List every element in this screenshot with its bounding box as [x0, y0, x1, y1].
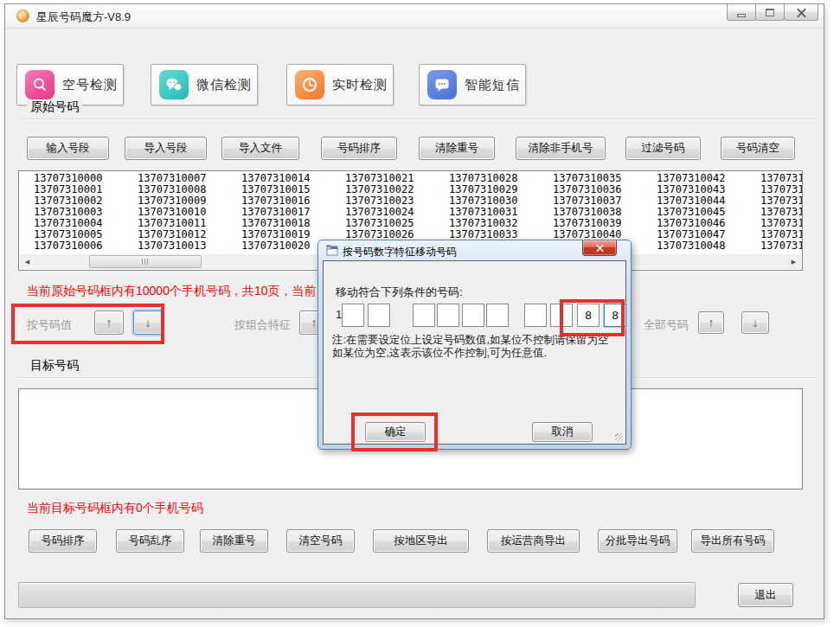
remove-non-mobile-button[interactable]: 清除非手机号 [516, 137, 606, 160]
all-up-button[interactable]: ↑ [698, 311, 724, 334]
toolbar-label: 空号检测 [62, 77, 118, 93]
original-section-title: 原始号码 [27, 99, 82, 115]
sort-numbers-button[interactable]: 号码排序 [321, 137, 397, 160]
original-status-text: 当前原始号码框内有10000个手机号码，共10页，当前 [27, 284, 317, 299]
digit-input-10[interactable]: 8 [577, 304, 600, 327]
by-pattern-label: 按组合特征 [234, 317, 291, 333]
toolbar-label: 智能短信 [465, 77, 520, 93]
digit-input-11[interactable]: 8 [604, 304, 626, 327]
digit-input-8[interactable] [524, 304, 547, 327]
clock-icon [295, 70, 324, 99]
number-column: 1370731004213707310043137073100441370731… [657, 173, 760, 254]
by-value-up-button[interactable]: ↑ [94, 310, 124, 335]
export-batch-button[interactable]: 分批导出号码 [598, 529, 677, 553]
app-logo-icon [16, 10, 29, 22]
note-line-2: 如某位为空,这表示该位不作控制,可为任意值. [332, 347, 608, 360]
toolbar-label: 微信检测 [196, 77, 252, 93]
grip-icon [142, 259, 149, 265]
target-shuffle-button[interactable]: 号码乱序 [116, 529, 184, 553]
export-all-button[interactable]: 导出所有号码 [691, 529, 774, 553]
phone-number: 13707310013 [138, 240, 241, 252]
number-column: 1370731000013707310001137073100021370731… [34, 173, 138, 254]
smart-sms-button[interactable]: 智能短信 [419, 64, 526, 106]
input-range-button[interactable]: 输入号段 [27, 137, 109, 160]
ok-button[interactable]: 确定 [365, 422, 426, 442]
import-range-button[interactable]: 导入号段 [125, 137, 207, 160]
close-icon [797, 8, 806, 17]
all-down-button[interactable]: ↓ [741, 311, 769, 334]
number-column: 1370731013707310137073101370731013707310… [760, 173, 802, 254]
digit-input-6[interactable] [462, 304, 484, 327]
move-by-digit-dialog: 按号码数字特征移动号码 移动符合下列条件的号码: 1 8 8 注:在需要设定位上… [317, 240, 632, 450]
number-column: 1370731000713707310008137073100091370731… [138, 173, 241, 254]
realtime-check-button[interactable]: 实时检测 [286, 64, 394, 106]
target-clear-button[interactable]: 清空号码 [286, 529, 355, 553]
scrollbar-thumb[interactable] [89, 255, 202, 268]
cancel-button[interactable]: 取消 [532, 422, 593, 442]
phone-number: 13707310006 [34, 240, 138, 252]
target-dedupe-button[interactable]: 清除重号 [200, 529, 268, 553]
digit-input-4[interactable] [413, 304, 435, 327]
maximize-button[interactable] [755, 4, 785, 21]
target-status-text: 当前目标号码框内有0个手机号码 [27, 501, 203, 516]
filter-numbers-button[interactable]: 过滤号码 [625, 137, 701, 160]
scroll-right-icon[interactable]: ▶ [786, 254, 801, 269]
close-button[interactable] [784, 4, 818, 21]
form-icon [326, 245, 338, 256]
window-title: 星辰号码魔方-V8.9 [36, 10, 131, 25]
note-line-1: 注:在需要设定位上设定号码数值,如某位不控制请保留为空 [332, 334, 608, 347]
dialog-close-button[interactable] [582, 240, 617, 256]
by-number-value-label: 按号码值 [27, 317, 72, 333]
progress-bar [18, 582, 696, 608]
clear-numbers-button[interactable]: 号码清空 [721, 137, 795, 160]
divider [18, 118, 818, 119]
digit-input-9[interactable] [550, 304, 573, 327]
wechat-icon [159, 70, 189, 99]
target-section-title: 目标号码 [27, 358, 82, 374]
import-file-button[interactable]: 导入文件 [221, 137, 299, 160]
dialog-body: 移动符合下列条件的号码: 1 8 8 注:在需要设定位上设定号码数值,如某位不控… [323, 260, 626, 445]
digit-input-3[interactable] [368, 304, 390, 327]
screenshot-canvas: 星辰号码魔方-V8.9 空号检测 微信检测 [0, 0, 840, 627]
export-by-region-button[interactable]: 按地区导出 [373, 529, 469, 553]
target-sort-button[interactable]: 号码排序 [29, 529, 97, 553]
exit-button[interactable]: 退出 [738, 583, 793, 607]
close-icon [596, 244, 604, 252]
minimize-button[interactable] [727, 4, 756, 21]
sms-bubble-icon [427, 70, 457, 99]
digit-input-5[interactable] [437, 304, 459, 327]
dialog-note: 注:在需要设定位上设定号码数值,如某位不控制请保留为空 如某位为空,这表示该位不… [332, 334, 608, 360]
resize-grip-icon[interactable] [615, 433, 623, 441]
magnifier-icon [25, 70, 55, 99]
dedupe-button[interactable]: 清除重号 [419, 137, 495, 160]
maximize-icon [766, 9, 774, 16]
dialog-title: 按号码数字特征移动号码 [343, 245, 457, 259]
wechat-check-button[interactable]: 微信检测 [151, 64, 258, 106]
toolbar-label: 实时检测 [332, 77, 388, 93]
all-numbers-label: 全部号码 [644, 317, 689, 333]
digit-input-7[interactable] [486, 304, 509, 327]
minimize-icon [737, 14, 746, 17]
scroll-left-icon[interactable]: ◀ [20, 254, 35, 269]
caption-buttons [728, 4, 818, 21]
export-by-carrier-button[interactable]: 按运营商导出 [487, 529, 580, 553]
by-value-down-button[interactable]: ↓ [133, 310, 163, 335]
dialog-prompt: 移动符合下列条件的号码: [336, 285, 463, 300]
digit-input-2[interactable] [342, 304, 364, 327]
phone-number: 13707310048 [657, 240, 760, 252]
title-bar: 星辰号码魔方-V8.9 [5, 4, 824, 28]
phone-number: 13707310 [760, 240, 802, 252]
